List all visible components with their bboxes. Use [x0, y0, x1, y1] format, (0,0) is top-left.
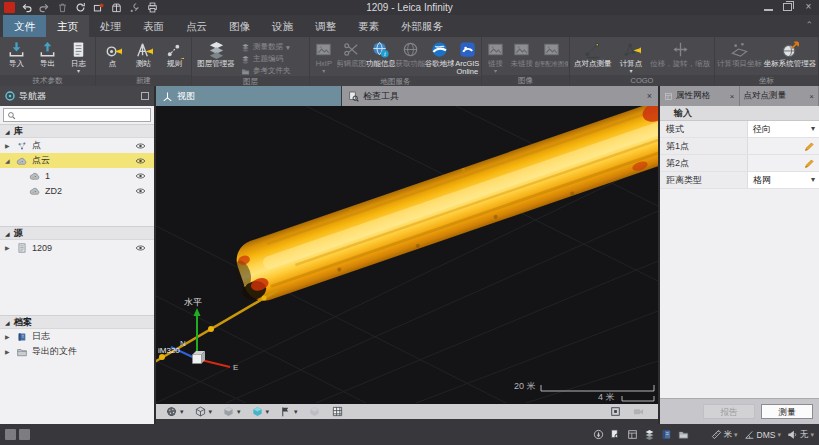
reference-folder-button[interactable]: 参考文件夹 — [241, 66, 291, 76]
folder-toggle-icon[interactable] — [678, 429, 689, 440]
tree-item-exported-files[interactable]: ▶ 导出的文件 — [0, 344, 154, 359]
tree-item-pointclouds[interactable]: ◢ 点云 — [0, 153, 154, 168]
visibility-eye-icon[interactable] — [135, 244, 146, 252]
refresh-icon[interactable] — [75, 2, 86, 13]
property-grid-toggle-icon[interactable] — [627, 429, 638, 440]
survey-data-button[interactable]: 测量数据▾ — [241, 42, 291, 52]
close-panel-icon[interactable]: × — [730, 92, 735, 101]
link-image-button[interactable]: 链接▾ — [483, 39, 508, 74]
report-button[interactable]: 报告 — [703, 404, 755, 419]
grid-toggle-icon[interactable] — [332, 406, 343, 417]
tree-item-cloud-zd2[interactable]: ZD2 — [0, 183, 154, 198]
visibility-eye-icon[interactable] — [135, 142, 146, 150]
measure-button[interactable]: 测量 — [761, 404, 813, 419]
tab-pointclouds[interactable]: 点云 — [175, 15, 218, 37]
pick-point-pencil-icon[interactable] — [804, 141, 815, 152]
tab-external-services[interactable]: 外部服务 — [390, 15, 454, 37]
section-library[interactable]: ◢库 — [0, 124, 154, 138]
status-edit-icon[interactable] — [19, 429, 30, 440]
visibility-eye-icon[interactable] — [135, 172, 146, 180]
tab-imaging[interactable]: 图像 — [218, 15, 261, 37]
minimize-button[interactable] — [764, 3, 773, 11]
status-doc-icon[interactable] — [5, 429, 16, 440]
ground-plane-icon[interactable] — [309, 406, 320, 417]
hxip-button[interactable]: HxIP▾ — [311, 39, 337, 74]
filter-flag-icon[interactable] — [280, 406, 291, 417]
navigator-search[interactable] — [3, 108, 151, 122]
point1-field[interactable] — [748, 138, 819, 154]
visibility-eye-icon[interactable] — [135, 187, 146, 195]
fit-view-icon[interactable] — [610, 406, 621, 417]
distance-type-select[interactable]: 格网▾ — [748, 172, 819, 188]
inspector-toggle-icon[interactable] — [610, 429, 621, 440]
angle-unit-selector[interactable]: DMS▾ — [744, 429, 781, 440]
mode-select[interactable]: 径向▾ — [748, 121, 819, 137]
export-button[interactable]: 导出 — [32, 39, 63, 68]
layer-manager-button[interactable]: 图层管理器 — [193, 39, 239, 68]
tools-icon[interactable] — [129, 2, 140, 13]
tab-surfaces[interactable]: 表面 — [132, 15, 175, 37]
wireframe-cube-icon[interactable] — [195, 406, 206, 417]
layers-toggle-icon[interactable] — [644, 429, 655, 440]
3d-canvas[interactable]: 水平 E N iM320 20 米 4 米 — [156, 106, 658, 404]
section-archive[interactable]: ◢档案 — [0, 315, 154, 329]
compute-point-button[interactable]: 计算点▾ — [615, 39, 648, 74]
restore-button[interactable] — [783, 3, 792, 11]
tree-item-points[interactable]: ▶ 点 — [0, 138, 154, 153]
log-button[interactable]: 日志▾ — [63, 39, 94, 74]
tab-features[interactable]: 要素 — [347, 15, 390, 37]
tree-item-1209[interactable]: ▶ 1209 — [0, 240, 154, 255]
feature-info-button[interactable]: 功能信息 — [366, 39, 395, 68]
solid-cube-icon[interactable] — [223, 406, 234, 417]
distance-unit-selector[interactable]: 米▾ — [711, 429, 738, 441]
georeference-image-button[interactable]: 地理配准图像 — [535, 39, 568, 68]
navigator-toggle-icon[interactable] — [593, 429, 604, 440]
close-panel-icon[interactable]: × — [809, 92, 814, 101]
point-to-point-button[interactable]: 点对点测量 — [571, 39, 615, 68]
sound-selector[interactable]: 无▾ — [787, 429, 814, 441]
collapse-ribbon-icon[interactable]: ⌃ — [805, 20, 813, 30]
archive-icon[interactable] — [111, 2, 122, 13]
close-tab-icon[interactable]: × — [647, 91, 652, 101]
send-icon[interactable] — [93, 2, 104, 13]
shaded-cube-icon[interactable] — [252, 406, 263, 417]
search-input[interactable] — [19, 111, 147, 120]
redo-icon[interactable] — [39, 2, 50, 13]
tree-item-cloud-1[interactable]: 1 — [0, 168, 154, 183]
tree-item-logs[interactable]: ▶ 日志 — [0, 329, 154, 344]
shift-rotate-scale-button[interactable]: 位移，旋转，缩放 — [647, 39, 713, 68]
log-toggle-icon[interactable] — [661, 429, 672, 440]
tab-infrastructure[interactable]: 设施 — [261, 15, 304, 37]
point2-field[interactable] — [748, 155, 819, 171]
compute-project-coords-button[interactable]: 计算项目坐标 — [716, 39, 763, 68]
new-rule-button[interactable]: 规则 — [159, 39, 190, 68]
camera-icon[interactable] — [633, 406, 644, 417]
coordinate-system-manager-button[interactable]: 坐标系统管理器 — [763, 39, 817, 68]
undo-icon[interactable] — [21, 2, 32, 13]
tab-file[interactable]: 文件 — [3, 15, 46, 37]
unlink-image-button[interactable]: 未链接 — [508, 39, 535, 68]
clip-basemap-button[interactable]: 剪辑底图 — [337, 39, 366, 68]
tab-view-3d[interactable]: 视图 — [156, 86, 342, 106]
pick-point-pencil-icon[interactable] — [804, 158, 815, 169]
close-button[interactable]: × — [802, 1, 815, 13]
thematic-codes-button[interactable]: 主题编码 — [241, 54, 291, 64]
tab-processing[interactable]: 处理 — [89, 15, 132, 37]
visibility-eye-icon[interactable] — [135, 157, 146, 165]
new-station-button[interactable]: 测站 — [128, 39, 159, 68]
google-earth-button[interactable]: 谷歌地球 — [425, 39, 454, 68]
arcgis-online-button[interactable]: ArcGISOnline — [454, 39, 480, 76]
tab-inspect-tools[interactable]: 检查工具 × — [342, 86, 658, 106]
print-icon[interactable] — [147, 2, 158, 13]
render-mode-icon[interactable] — [166, 406, 177, 417]
tab-adjustments[interactable]: 调整 — [304, 15, 347, 37]
import-button[interactable]: 导入 — [1, 39, 32, 68]
new-point-button[interactable]: 点 — [97, 39, 128, 68]
delete-icon[interactable] — [57, 2, 68, 13]
tab-property-grid[interactable]: 属性网格 × — [660, 86, 740, 106]
get-features-button[interactable]: 获取功能 — [396, 39, 425, 68]
tab-home[interactable]: 主页 — [46, 15, 89, 37]
dock-icon[interactable] — [141, 92, 149, 100]
tab-point-to-point[interactable]: 点对点测量 × — [740, 86, 819, 106]
section-source[interactable]: ◢源 — [0, 226, 154, 240]
